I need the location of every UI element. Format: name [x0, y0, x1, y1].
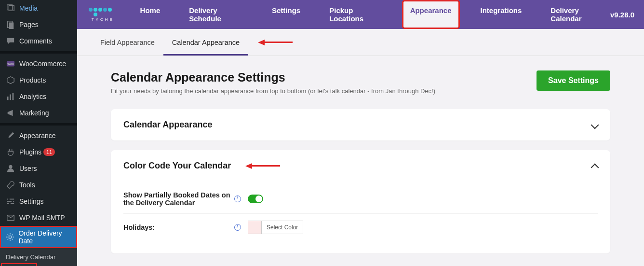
info-icon[interactable]: [234, 196, 241, 202]
panel-header-color-code[interactable]: Color Code Your Calendar: [111, 150, 610, 182]
nav-settings[interactable]: Settings: [265, 1, 307, 28]
gear-icon: [6, 233, 14, 241]
sidebar-item-pages[interactable]: Pages: [0, 16, 77, 33]
settings-icon: [6, 197, 15, 206]
svg-point-13: [9, 203, 11, 205]
nav-delivery-calendar[interactable]: Delivery Calendar: [544, 1, 610, 28]
panel-header-appearance[interactable]: Calendar Appearance: [111, 109, 610, 140]
sidebar-item-appearance[interactable]: Appearance: [0, 127, 77, 144]
sidebar-item-wp-mail-smtp[interactable]: WP Mail SMTP: [0, 210, 77, 226]
chevron-up-icon: [591, 163, 599, 171]
svg-point-12: [12, 200, 13, 202]
nav-integrations[interactable]: Integrations: [474, 1, 529, 28]
nav-appearance[interactable]: Appearance: [403, 1, 458, 28]
brand-logo: TYCHE: [87, 8, 119, 22]
sidebar-item-woocommerce[interactable]: WooWooCommerce: [0, 56, 77, 72]
svg-rect-1: [9, 23, 13, 29]
sidebar-item-order-delivery-date[interactable]: Order Delivery Date: [0, 226, 77, 248]
users-icon: [6, 164, 15, 173]
submenu-settings[interactable]: Settings: [1, 263, 37, 266]
media-icon: [6, 4, 15, 13]
pages-icon: [6, 20, 15, 29]
chevron-down-icon: [591, 121, 599, 129]
version-label: v9.28.0: [610, 11, 634, 19]
top-nav: TYCHE Home Delivery Schedule Settings Pi…: [77, 0, 644, 29]
toggle-partially-booked[interactable]: [248, 195, 263, 203]
setting-partially-booked: Show Partially Booked Dates on the Deliv…: [123, 184, 598, 214]
wp-admin-sidebar: Media Pages Comments WooWooCommerce Prod…: [0, 0, 77, 266]
sidebar-item-media[interactable]: Media: [0, 0, 77, 16]
select-color-button[interactable]: Select Color: [262, 221, 303, 234]
sidebar-submenu: Delivery Calendar Settings: [0, 248, 77, 266]
color-swatch: [248, 221, 262, 234]
tab-calendar-appearance[interactable]: Calendar Appearance: [163, 29, 248, 56]
svg-point-7: [9, 165, 12, 168]
svg-point-11: [8, 198, 10, 200]
sidebar-item-products[interactable]: Products: [0, 72, 77, 88]
comments-icon: [6, 37, 15, 45]
color-picker-holidays[interactable]: Select Color: [248, 221, 303, 234]
nav-delivery-schedule[interactable]: Delivery Schedule: [182, 1, 250, 28]
sidebar-item-plugins[interactable]: Plugins11: [0, 144, 77, 160]
page-description: Fit your needs by tailoring the calendar…: [111, 87, 435, 95]
mail-icon: [6, 213, 15, 222]
sidebar-item-analytics[interactable]: Analytics: [0, 88, 77, 105]
sidebar-item-users[interactable]: Users: [0, 160, 77, 177]
marketing-icon: [6, 109, 15, 117]
sidebar-item-comments[interactable]: Comments: [0, 33, 77, 49]
info-icon[interactable]: [234, 224, 241, 231]
separator: [0, 51, 77, 54]
nav-home[interactable]: Home: [134, 1, 167, 28]
sidebar-item-marketing[interactable]: Marketing: [0, 105, 77, 121]
products-icon: [6, 76, 15, 84]
separator: [0, 123, 77, 126]
plugins-badge: 11: [43, 148, 55, 156]
sidebar-item-tools[interactable]: Tools: [0, 177, 77, 193]
page-title: Calendar Appearance Settings: [111, 70, 435, 84]
svg-text:Woo: Woo: [7, 62, 14, 66]
svg-rect-5: [10, 95, 11, 100]
setting-holidays: Holidays: Select Color: [123, 214, 598, 241]
save-settings-button[interactable]: Save Settings: [537, 70, 610, 91]
nav-pickup-locations[interactable]: Pickup Locations: [322, 1, 388, 28]
annotation-arrow: [258, 29, 293, 56]
svg-rect-4: [7, 97, 9, 100]
sub-tabs: Field Appearance Calendar Appearance: [77, 29, 644, 56]
tools-icon: [6, 181, 15, 189]
main-container: TYCHE Home Delivery Schedule Settings Pi…: [77, 0, 644, 266]
sidebar-item-settings[interactable]: Settings: [0, 193, 77, 210]
panel-color-code: Color Code Your Calendar Show Partially …: [111, 150, 610, 253]
analytics-icon: [6, 92, 15, 101]
svg-point-15: [9, 236, 11, 238]
content-area: Calendar Appearance Settings Fit your ne…: [77, 56, 644, 266]
plugins-icon: [6, 148, 15, 156]
woocommerce-icon: Woo: [6, 59, 15, 68]
panel-calendar-appearance: Calendar Appearance: [111, 109, 610, 140]
annotation-arrow: [245, 163, 280, 169]
submenu-delivery-calendar[interactable]: Delivery Calendar: [0, 251, 77, 263]
brush-icon: [6, 131, 15, 140]
svg-rect-6: [13, 93, 14, 100]
tab-field-appearance[interactable]: Field Appearance: [92, 29, 163, 56]
